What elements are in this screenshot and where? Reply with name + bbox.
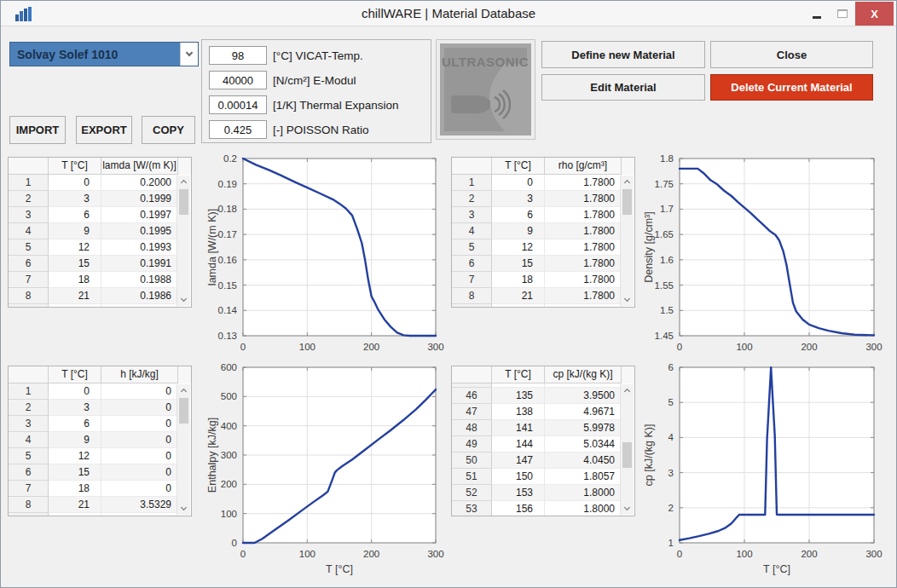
table-row[interactable]: 5121.7800 xyxy=(452,239,634,256)
table-row[interactable]: 360 xyxy=(9,416,191,432)
table-cell[interactable]: 3.5329 xyxy=(101,497,178,513)
table-cell[interactable]: 15 xyxy=(492,256,545,272)
table-cell[interactable]: 3 xyxy=(49,400,101,416)
table-cell[interactable]: 21 xyxy=(492,288,545,304)
table-cell[interactable]: 0.2000 xyxy=(101,175,178,191)
table-cell[interactable]: 0.1993 xyxy=(101,239,178,256)
table-cell[interactable]: 0 xyxy=(492,175,545,191)
table-cell[interactable]: 9 xyxy=(492,223,545,239)
dropdown-arrow-button[interactable] xyxy=(180,43,198,66)
table-cell[interactable]: 3.9500 xyxy=(545,388,622,404)
table-cell[interactable]: 0 xyxy=(101,400,178,416)
table-cell[interactable]: 1.7800 xyxy=(545,272,622,288)
scroll-down-button[interactable] xyxy=(177,294,190,306)
table-cell[interactable]: 1.8000 xyxy=(545,501,622,516)
table-cell[interactable]: 0.1995 xyxy=(101,223,178,239)
table-row[interactable]: 461353.9500 xyxy=(452,388,634,404)
table-cell[interactable]: 1.7800 xyxy=(545,256,622,272)
table-row[interactable]: 501474.0450 xyxy=(452,453,634,469)
delete-current-material-button[interactable]: Delete Current Material xyxy=(710,74,873,101)
table-cell[interactable]: 3 xyxy=(49,191,101,207)
table-cell[interactable]: 6 xyxy=(492,207,545,223)
close-window-button[interactable]: X xyxy=(855,2,894,26)
table-cell[interactable]: 144 xyxy=(492,436,545,453)
table-row[interactable]: 101.7800 xyxy=(452,175,634,191)
table-cell[interactable]: 4.9671 xyxy=(545,404,622,420)
table-row[interactable]: 481415.9978 xyxy=(452,420,634,436)
table-row[interactable]: 6150.1991 xyxy=(9,256,191,272)
table-row[interactable]: 6150 xyxy=(9,464,191,481)
table-cell[interactable]: 21 xyxy=(49,497,101,513)
table-row[interactable]: 7180 xyxy=(9,481,191,497)
table-cell[interactable]: 1.8000 xyxy=(545,485,622,501)
table-cell[interactable]: 1.7800 xyxy=(545,207,622,223)
table-cell[interactable]: 6 xyxy=(49,207,101,223)
table-cell[interactable]: 135 xyxy=(492,388,545,404)
table-row[interactable]: 8210.1986 xyxy=(9,288,191,304)
vicat-temp-input[interactable] xyxy=(209,46,267,65)
table-cell[interactable]: 0.1984 xyxy=(101,304,178,308)
table-cell[interactable]: 147 xyxy=(492,453,545,469)
table-row[interactable]: 521531.8000 xyxy=(452,485,634,501)
vertical-scrollbar[interactable] xyxy=(177,384,190,515)
table-cell[interactable]: 141 xyxy=(492,420,545,436)
table-cell[interactable]: 0.1988 xyxy=(101,272,178,288)
table-cell[interactable]: 24 xyxy=(49,513,101,516)
table-cell[interactable]: 153 xyxy=(492,485,545,501)
table-cell[interactable]: 1.7800 xyxy=(545,191,622,207)
table-cell[interactable]: 0 xyxy=(49,175,101,191)
table-cell[interactable]: 1.7800 xyxy=(545,288,622,304)
table-cell[interactable]: 9 xyxy=(49,223,101,239)
table-cell[interactable]: 0.1991 xyxy=(101,256,178,272)
table-cell[interactable]: 1.7800 xyxy=(545,175,622,191)
table-row[interactable]: 490 xyxy=(9,432,191,448)
table-cell[interactable]: 0 xyxy=(101,464,178,481)
table-cell[interactable]: 0 xyxy=(101,383,178,400)
vertical-scrollbar[interactable] xyxy=(620,384,634,515)
table-cell[interactable]: 0 xyxy=(101,416,178,432)
table-cell[interactable]: 1.7800 xyxy=(545,223,622,239)
table-row[interactable]: 9241.7800 xyxy=(452,304,634,308)
table-row[interactable]: 230.1999 xyxy=(9,191,191,207)
table-cell[interactable]: 18 xyxy=(492,272,545,288)
import-button[interactable]: IMPORT xyxy=(9,116,66,144)
table-cell[interactable]: 0.1997 xyxy=(101,207,178,223)
table-row[interactable]: 5120 xyxy=(9,448,191,464)
scroll-up-button[interactable] xyxy=(621,176,634,187)
table-row[interactable]: 491.7800 xyxy=(452,223,634,239)
table-row[interactable]: 491445.0344 xyxy=(452,436,634,453)
table-cell[interactable]: 24 xyxy=(49,304,101,308)
table-cell[interactable]: 24 xyxy=(492,304,545,308)
table-row[interactable]: 9247.1101 xyxy=(9,513,191,516)
scrollbar-thumb[interactable] xyxy=(179,398,188,424)
table-cell[interactable]: 0 xyxy=(49,383,101,400)
thermal-expansion-input[interactable] xyxy=(209,95,267,114)
edit-material-button[interactable]: Edit Material xyxy=(541,74,705,101)
table-cell[interactable]: 0.1986 xyxy=(101,288,178,304)
scrollbar-thumb[interactable] xyxy=(622,189,632,215)
vertical-scrollbar[interactable] xyxy=(620,176,634,306)
material-select[interactable]: Solvay Solef 1010 xyxy=(9,42,199,66)
vertical-scrollbar[interactable] xyxy=(177,176,190,306)
table-cell[interactable]: 15 xyxy=(49,464,101,481)
e-modul-input[interactable] xyxy=(209,71,267,89)
table-row[interactable]: 9240.1984 xyxy=(9,304,191,308)
table-cell[interactable]: 0 xyxy=(101,448,178,464)
scroll-up-button[interactable] xyxy=(621,384,634,396)
table-cell[interactable]: 1.7800 xyxy=(545,239,622,256)
table-cell[interactable]: 5.9978 xyxy=(545,420,622,436)
table-cell[interactable]: 12 xyxy=(492,239,545,256)
close-button[interactable]: Close xyxy=(710,41,873,68)
table-row[interactable]: 6151.7800 xyxy=(452,256,634,272)
table-row[interactable]: 471384.9671 xyxy=(452,404,634,420)
table-cell[interactable]: 15 xyxy=(49,256,101,272)
table-cell[interactable]: 7.1101 xyxy=(101,513,178,516)
table-cell[interactable]: 0 xyxy=(101,432,178,448)
scroll-down-button[interactable] xyxy=(177,503,190,515)
minimize-button[interactable] xyxy=(804,2,830,26)
table-row[interactable]: 490.1995 xyxy=(9,223,191,239)
table-row[interactable]: 361.7800 xyxy=(452,207,634,223)
scrollbar-thumb[interactable] xyxy=(179,189,188,215)
table-cell[interactable]: 12 xyxy=(49,448,101,464)
table-row[interactable]: 230 xyxy=(9,400,191,416)
